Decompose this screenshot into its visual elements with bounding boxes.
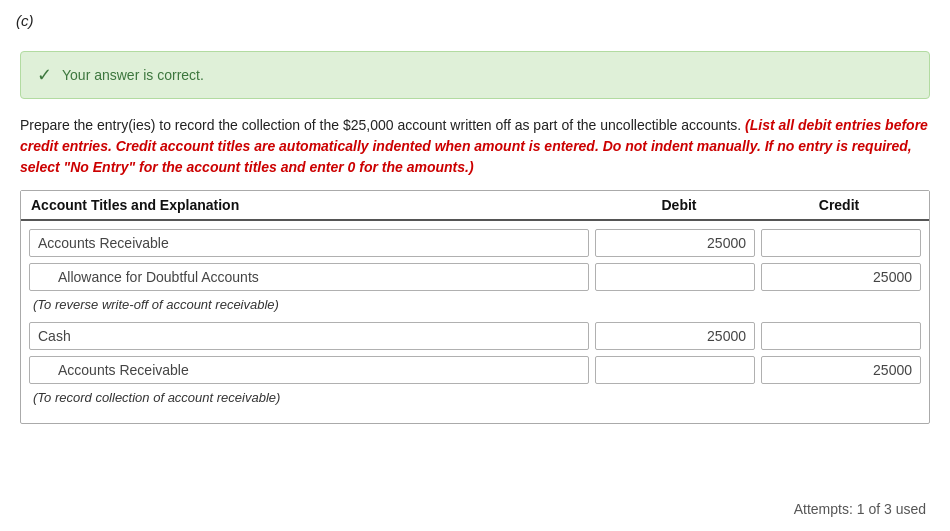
debit-amount-input-1[interactable]: [595, 229, 755, 257]
instructions-main: Prepare the entry(ies) to record the col…: [20, 117, 741, 133]
attempts-label: Attempts: 1 of 3 used: [794, 501, 926, 517]
instructions: Prepare the entry(ies) to record the col…: [20, 115, 930, 178]
account-title-input-4[interactable]: [29, 356, 589, 384]
header-account: Account Titles and Explanation: [31, 197, 599, 213]
credit-amount-input-4[interactable]: [761, 356, 921, 384]
debit-amount-input-4[interactable]: [595, 356, 755, 384]
note-2: (To record collection of account receiva…: [33, 390, 921, 405]
credit-amount-input-3[interactable]: [761, 322, 921, 350]
success-banner: ✓ Your answer is correct.: [20, 51, 930, 99]
debit-amount-input-3[interactable]: [595, 322, 755, 350]
header-credit: Credit: [759, 197, 919, 213]
section-label: (c): [0, 0, 950, 41]
table-row: [29, 229, 921, 257]
table-header: Account Titles and Explanation Debit Cre…: [21, 191, 929, 221]
credit-amount-input-1[interactable]: [761, 229, 921, 257]
checkmark-icon: ✓: [37, 64, 52, 86]
header-debit: Debit: [599, 197, 759, 213]
journal-entry-table: Account Titles and Explanation Debit Cre…: [20, 190, 930, 424]
table-row: [29, 356, 921, 384]
table-row: [29, 263, 921, 291]
account-title-input-1[interactable]: [29, 229, 589, 257]
note-1: (To reverse write-off of account receiva…: [33, 297, 921, 312]
account-title-input-3[interactable]: [29, 322, 589, 350]
success-message: Your answer is correct.: [62, 67, 204, 83]
debit-amount-input-2[interactable]: [595, 263, 755, 291]
table-body: (To reverse write-off of account receiva…: [21, 221, 929, 423]
table-row: [29, 322, 921, 350]
credit-amount-input-2[interactable]: [761, 263, 921, 291]
account-title-input-2[interactable]: [29, 263, 589, 291]
